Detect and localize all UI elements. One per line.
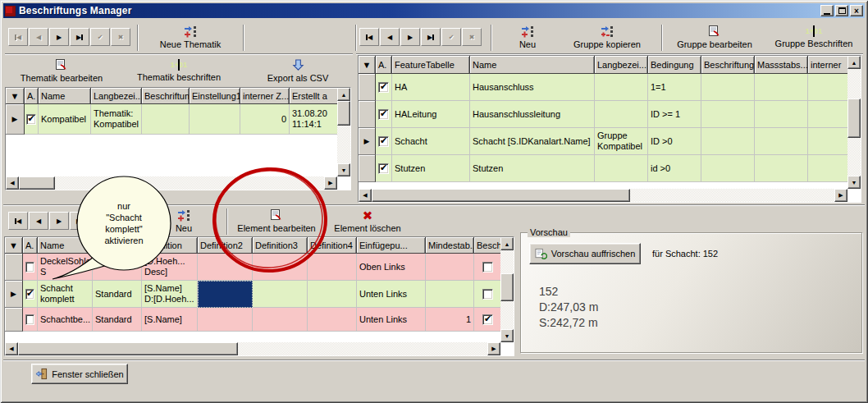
gruppen-nav-prior-button[interactable]: ◀ [380, 28, 400, 46]
langbez-cell[interactable] [595, 155, 648, 182]
aktiv-checkbox-cell[interactable] [376, 128, 392, 155]
column-header-erstellt[interactable]: Erstellt a [290, 88, 339, 104]
scroll-up-button[interactable]: ▲ [337, 88, 350, 101]
beschriftung-cell[interactable] [142, 104, 190, 135]
minimize-button[interactable] [820, 5, 834, 16]
langbez-cell[interactable] [595, 74, 648, 101]
fenster-schliessen-button[interactable]: Fenster schließen [31, 364, 128, 384]
definition3-cell[interactable] [253, 308, 308, 332]
langbez-cell[interactable] [595, 101, 648, 128]
close-button[interactable]: × [850, 5, 863, 16]
interner-cell[interactable]: 0 [240, 104, 290, 135]
column-header-aktiv[interactable]: A. [376, 56, 392, 74]
beschriftung-cell[interactable] [701, 155, 755, 182]
horizontal-scrollbar[interactable]: ◀ ▶ [5, 342, 500, 355]
gruppe-kopieren-button[interactable]: Gruppe kopieren [558, 22, 656, 52]
scroll-right-button[interactable]: ▶ [834, 189, 847, 202]
einfuegepunkt-cell[interactable]: Oben Links [357, 254, 426, 281]
column-dropdown-button[interactable]: ▼ [5, 237, 23, 254]
row-checkbox[interactable] [26, 114, 35, 125]
column-header-massstab[interactable]: Massstabs... [755, 56, 808, 74]
scroll-left-button[interactable]: ◀ [6, 176, 19, 190]
scroll-thumb[interactable] [500, 273, 514, 301]
einfuegepunkt-cell[interactable]: Unten Links [357, 281, 426, 308]
thematik-nav-next-button[interactable]: ▶ [49, 28, 69, 46]
definition4-cell[interactable] [308, 308, 357, 332]
name-cell[interactable]: Kompatibel [39, 104, 91, 135]
gruppen-nav-post-button[interactable]: ✔ [441, 28, 461, 46]
name-cell[interactable]: Hausanschluss [470, 74, 595, 101]
row-checkbox[interactable] [378, 82, 389, 93]
definition-cell[interactable]: [S.Name] [142, 308, 198, 332]
export-csv-button[interactable]: Export als CSV [246, 56, 349, 85]
bedingung-cell[interactable]: 1=1 [648, 74, 701, 101]
scroll-left-button[interactable]: ◀ [359, 189, 372, 202]
thematik-cell[interactable]: Standard [93, 308, 142, 332]
column-header-beschriftung[interactable]: Beschriftung [701, 56, 755, 74]
column-header-featuretabelle[interactable]: FeatureTabelle [392, 56, 470, 74]
column-header-einstellung1[interactable]: Einstellung1 [190, 88, 240, 104]
langbez-cell[interactable]: Gruppe Kompatibel [595, 128, 648, 155]
featuretabelle-cell[interactable]: HALeitung [392, 101, 470, 128]
langbez-cell[interactable]: Thematik: Kompatibel [91, 104, 142, 135]
vertical-scrollbar[interactable]: ▲ ▼ [500, 237, 514, 342]
definition2-cell[interactable] [198, 308, 253, 332]
mindestabstand-cell[interactable] [426, 254, 474, 281]
column-header-beschriftung[interactable]: Beschriftung [142, 88, 190, 104]
gruppe-neu-button[interactable]: Neu [499, 22, 556, 52]
interner-cell[interactable] [808, 74, 849, 101]
featuretabelle-cell[interactable]: HA [392, 74, 470, 101]
scroll-down-button[interactable]: ▼ [500, 329, 514, 342]
column-header-aktiv[interactable]: A. [25, 88, 39, 104]
table-row[interactable]: ▶ Kompatibel Thematik: Kompatibel 0 31.0… [6, 104, 350, 135]
aktiv-checkbox-cell[interactable] [376, 101, 392, 128]
thematik-nav-first-button[interactable]: ◀ [8, 28, 28, 46]
row-checkbox[interactable] [378, 136, 389, 147]
thematik-nav-cancel-button[interactable]: ✖ [111, 28, 130, 46]
aktiv-checkbox-cell[interactable] [376, 155, 392, 182]
gruppe-bearbeiten-button[interactable]: Gruppe bearbeiten [666, 22, 763, 52]
erstellt-cell[interactable]: 31.08.20 11:14:1 [290, 104, 339, 135]
scroll-up-button[interactable]: ▲ [500, 237, 514, 250]
massstab-cell[interactable] [755, 155, 808, 182]
aktiv-checkbox-cell[interactable] [23, 308, 38, 332]
row-checkbox[interactable] [25, 289, 34, 300]
interner-cell[interactable] [808, 155, 849, 182]
scroll-thumb[interactable] [847, 98, 861, 138]
table-row[interactable]: HA Hausanschluss 1=1 [359, 74, 861, 101]
table-row[interactable]: HALeitung Hausanschlussleitung ID >= 1 [359, 101, 861, 128]
column-header-einfuegepunkt[interactable]: Einfügepu... [357, 237, 426, 254]
horizontal-scrollbar[interactable]: ◀ ▶ [359, 189, 847, 202]
massstab-cell[interactable] [755, 128, 808, 155]
aktiv-checkbox-cell[interactable] [25, 104, 39, 135]
beschriftet-checkbox-cell[interactable] [474, 308, 502, 332]
beschriftet-checkbox-cell[interactable] [474, 281, 502, 308]
neue-thematik-button[interactable]: Neue Thematik [141, 22, 240, 52]
scroll-down-button[interactable]: ▼ [847, 176, 861, 189]
mindestabstand-cell[interactable] [426, 281, 474, 308]
beschriftet-checkbox[interactable] [482, 289, 493, 300]
featuretabelle-cell[interactable]: Stutzen [392, 155, 470, 182]
einfuegepunkt-cell[interactable]: Unten Links [357, 308, 426, 332]
interner-cell[interactable] [808, 101, 849, 128]
vertical-scrollbar[interactable]: ▲ ▼ [847, 56, 861, 189]
scroll-down-button[interactable]: ▼ [337, 163, 350, 176]
row-checkbox[interactable] [378, 163, 389, 174]
massstab-cell[interactable] [755, 74, 808, 101]
selected-cell[interactable] [198, 281, 253, 308]
name-cell[interactable]: Hausanschlussleitung [470, 101, 595, 128]
definition3-cell[interactable] [253, 281, 308, 308]
scroll-thumb[interactable] [337, 101, 350, 126]
title-bar[interactable]: Beschriftungs Manager × [3, 3, 865, 18]
scroll-thumb[interactable] [18, 342, 238, 355]
maximize-button[interactable] [835, 5, 848, 16]
beschriftet-checkbox[interactable] [482, 262, 493, 272]
thematik-nav-last-button[interactable]: ▶ [70, 28, 89, 46]
column-header-name[interactable]: Name [470, 56, 595, 74]
name-cell[interactable]: Schacht [S.IDKanalart.Name] [470, 128, 595, 155]
thematik-bearbeiten-button[interactable]: Thematik bearbeiten [6, 56, 117, 85]
bedingung-cell[interactable]: ID >0 [648, 128, 701, 155]
beschriftung-cell[interactable] [701, 128, 755, 155]
column-header-mindestabstand[interactable]: Mindestab... [426, 237, 474, 254]
thematik-nav-post-button[interactable]: ✔ [90, 28, 110, 46]
